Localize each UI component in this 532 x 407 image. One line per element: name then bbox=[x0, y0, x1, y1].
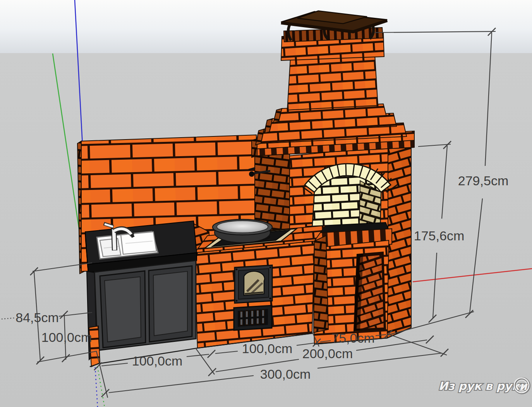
label-sink-width: 100,0cm bbox=[132, 354, 182, 368]
stove-block bbox=[193, 219, 328, 348]
wok bbox=[213, 219, 272, 243]
sketchup-scene: 279,5cm 175,6cm 84,5cm 100,0cm 100,0cm 1… bbox=[0, 0, 532, 407]
stove-right-side bbox=[314, 236, 328, 333]
label-total-width: 300,0cm bbox=[260, 367, 311, 381]
watermark: Из рук в руки irr.ru bbox=[439, 378, 529, 393]
cabinet-door-right bbox=[149, 266, 192, 342]
label-total-height: 279,5cm bbox=[458, 173, 508, 188]
watermark-logo-text: irr.ru bbox=[516, 383, 527, 388]
sky bbox=[0, 0, 532, 53]
label-stove-width: 100,0cm bbox=[242, 341, 292, 356]
label-left-height: 100,0cm bbox=[41, 330, 92, 345]
firebox-door bbox=[235, 265, 272, 303]
label-grill-opening-height: 175,6cm bbox=[414, 228, 464, 243]
ash-vent bbox=[234, 305, 272, 330]
label-grill-width: 75,0cm bbox=[331, 331, 375, 345]
model-viewport: 279,5cm 175,6cm 84,5cm 100,0cm 100,0cm 1… bbox=[0, 0, 532, 407]
cabinet-door-left bbox=[100, 271, 146, 348]
label-worktop-depth: 84,5cm bbox=[15, 310, 59, 325]
chimney-stack bbox=[287, 55, 378, 110]
label-right-span: 200,0cm bbox=[302, 346, 353, 361]
